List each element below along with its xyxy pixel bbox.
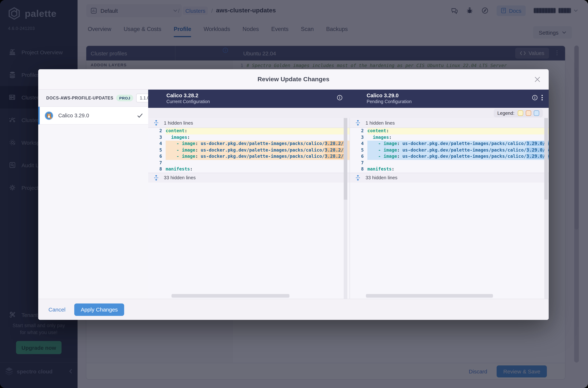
code-line-6: 6 - image: us-docker.pkg.dev/palette-ima… — [350, 153, 549, 160]
app-window: palette 4.6.0-241203 Project Overview Pr… — [0, 0, 588, 388]
apply-changes-button[interactable]: Apply Changes — [74, 303, 124, 316]
legend-swatch-modified — [518, 110, 523, 116]
line-number: 8 — [350, 166, 367, 172]
line-number: 8 — [148, 166, 166, 172]
diff-header-pending: Calico 3.29.0 Pending Configuration — [348, 90, 549, 108]
line-number: 4 — [148, 141, 166, 147]
profile-header-row[interactable]: DOCS-AWS-PROFILE-UPDATES PROJ 1.1.0 — [38, 90, 148, 107]
hidden-lines-top: 1 hidden lines — [350, 118, 549, 128]
unfold-icon[interactable] — [153, 175, 159, 181]
code-line-8: 8 manifests: — [350, 166, 549, 172]
line-number: 2 — [148, 128, 166, 134]
kebab-menu-icon[interactable] — [542, 95, 543, 100]
profile-name: DOCS-AWS-PROFILE-UPDATES — [46, 96, 113, 100]
horizontal-scrollbar[interactable] — [366, 294, 493, 298]
review-update-changes-modal: Review Update Changes DOCS-AWS-PROFILE-U… — [38, 69, 549, 320]
hidden-lines-bottom: 33 hidden lines — [350, 172, 549, 182]
hidden-lines-bottom: 33 hidden lines — [148, 172, 350, 182]
code-line-3: 3 images: — [148, 134, 350, 141]
pane-title: Calico 3.28.2 — [166, 93, 348, 98]
horizontal-scrollbar[interactable] — [172, 294, 290, 298]
line-number: 7 — [350, 160, 367, 166]
hidden-lines-top: 1 hidden lines — [148, 118, 350, 128]
vertical-scrollbar[interactable] — [344, 118, 347, 299]
line-number: 3 — [350, 134, 367, 141]
scope-badge: PROJ — [116, 95, 133, 101]
cancel-button[interactable]: Cancel — [48, 306, 65, 313]
line-number: 3 — [148, 134, 166, 141]
diff-panes: 1 hidden lines 2 content: 3 images: 4 - … — [148, 118, 549, 299]
legend-row: Legend: — [148, 108, 549, 118]
unfold-icon[interactable] — [355, 175, 361, 181]
code-line-5: 5 - image: us-docker.pkg.dev/palette-ima… — [350, 147, 549, 153]
line-number: 7 — [148, 160, 166, 166]
modal-profile-panel: DOCS-AWS-PROFILE-UPDATES PROJ 1.1.0 Cali… — [38, 89, 149, 299]
code-line-2: 2 content: — [350, 128, 549, 134]
info-icon[interactable] — [337, 95, 343, 100]
legend: Legend: — [494, 109, 543, 117]
line-number: 5 — [350, 147, 367, 153]
line-number: 6 — [350, 153, 367, 160]
code-line-6: 6 - image: us-docker.pkg.dev/palette-ima… — [148, 153, 350, 160]
pane-subtitle: Current Configuration — [166, 99, 348, 104]
pane-title: Calico 3.29.0 — [367, 93, 549, 98]
diff-header-current: Calico 3.28.2 Current Configuration — [148, 90, 348, 108]
line-number: 6 — [148, 153, 166, 160]
code-line-8: 8 manifests: — [148, 166, 350, 172]
code-line-4: 4 - image: us-docker.pkg.dev/palette-ima… — [148, 141, 350, 147]
unfold-icon[interactable] — [355, 120, 361, 126]
legend-label: Legend: — [497, 110, 515, 116]
modal-title: Review Update Changes — [38, 69, 549, 89]
line-number: 4 — [350, 141, 367, 147]
code-line-7: 7 — [148, 160, 350, 166]
legend-swatch-removed — [526, 110, 531, 116]
pack-label: Calico 3.29.0 — [58, 113, 133, 118]
code-line-4: 4 - image: us-docker.pkg.dev/palette-ima… — [350, 141, 549, 147]
diff-pane-headers: Calico 3.28.2 Current Configuration Cali… — [148, 90, 549, 108]
diff-pane-current: 1 hidden lines 2 content: 3 images: 4 - … — [148, 118, 350, 299]
calico-pack-icon — [45, 111, 53, 120]
legend-swatch-added — [534, 110, 539, 116]
code-line-5: 5 - image: us-docker.pkg.dev/palette-ima… — [148, 147, 350, 153]
close-icon[interactable] — [534, 76, 541, 83]
check-icon — [137, 113, 143, 118]
info-icon[interactable] — [532, 95, 538, 100]
line-number: 5 — [148, 147, 166, 153]
code-line-3: 3 images: — [350, 134, 549, 141]
diff-viewer: Calico 3.28.2 Current Configuration Cali… — [148, 89, 549, 299]
pack-item-calico[interactable]: Calico 3.29.0 — [38, 107, 148, 125]
diff-pane-pending: 1 hidden lines 2 content: 3 images: 4 - … — [350, 118, 549, 299]
line-number: 2 — [350, 128, 367, 134]
modal-footer: Cancel Apply Changes — [38, 299, 549, 320]
code-line-2: 2 content: — [148, 128, 350, 134]
unfold-icon[interactable] — [153, 120, 159, 126]
code-line-7: 7 — [350, 160, 549, 166]
vertical-scrollbar[interactable] — [544, 118, 548, 299]
pane-subtitle: Pending Configuration — [367, 99, 549, 104]
